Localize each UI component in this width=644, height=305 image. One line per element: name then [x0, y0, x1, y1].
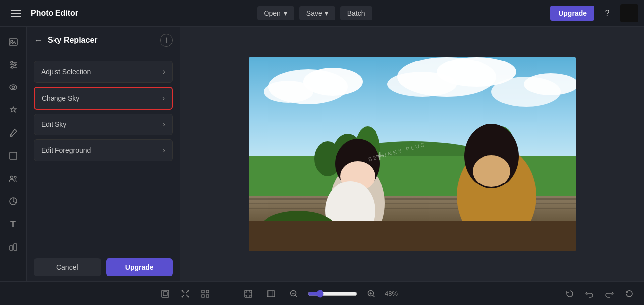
change-sky-label: Change Sky [42, 94, 162, 102]
sidebar-adjustments-btn[interactable] [3, 55, 23, 74]
layers-bottom-btn[interactable] [157, 285, 174, 303]
panel-items: Adjust Selection › Change Sky › Edit Sky… [27, 54, 180, 250]
sidebar-brush-btn[interactable] [3, 123, 23, 143]
edit-foreground-arrow: › [163, 146, 165, 155]
svg-point-57 [182, 296, 183, 297]
edit-foreground-item[interactable]: Edit Foreground › [34, 139, 173, 161]
edit-foreground-label: Edit Foreground [41, 146, 163, 154]
layers-bottom-icon [161, 289, 170, 299]
svg-point-23 [387, 72, 457, 97]
sidebar-text-btn[interactable]: T [3, 214, 23, 234]
change-sky-item[interactable]: Change Sky › [34, 87, 173, 110]
sidebar-eye-btn[interactable] [3, 77, 23, 97]
svg-point-7 [11, 66, 13, 68]
history-icon [565, 289, 575, 299]
svg-rect-60 [206, 290, 209, 293]
svg-point-20 [264, 81, 313, 103]
eye-icon [8, 82, 19, 93]
redo-icon [604, 289, 614, 299]
photos-icon [8, 36, 19, 47]
help-button[interactable]: ? [599, 5, 615, 21]
aspect-ratio-icon [266, 289, 276, 299]
main-area: T ← Sky Replacer i Adjust Selection › Ch… [0, 27, 644, 281]
sidebar-effects-btn[interactable] [3, 100, 23, 120]
topbar-left: Photo Editor [6, 3, 78, 23]
reset-icon [624, 289, 634, 299]
zoom-in-icon [366, 289, 376, 299]
layers-icon [8, 150, 19, 161]
svg-point-12 [10, 176, 13, 179]
zoom-in-btn[interactable] [362, 285, 380, 303]
panel-title: Sky Replacer [48, 36, 155, 45]
svg-rect-53 [162, 290, 169, 297]
hamburger-icon [11, 10, 21, 17]
transform-icon [180, 289, 190, 299]
upgrade-button[interactable]: Upgrade [550, 6, 594, 21]
svg-point-13 [14, 176, 16, 178]
svg-rect-64 [267, 291, 275, 297]
graphics-icon [8, 242, 19, 252]
sky-replacer-panel: ← Sky Replacer i Adjust Selection › Chan… [27, 27, 180, 281]
edit-sky-label: Edit Sky [41, 121, 163, 128]
sidebar-stickers-btn[interactable] [3, 191, 23, 211]
svg-point-58 [188, 296, 189, 297]
redo-btn[interactable] [600, 285, 618, 303]
panel-actions: Cancel Upgrade [27, 250, 180, 276]
fit-screen-btn[interactable] [239, 285, 257, 303]
topbar-center: Open ▾ Save ▾ Batch [78, 6, 550, 20]
svg-rect-63 [245, 290, 252, 297]
people-icon [8, 173, 19, 184]
batch-button[interactable]: Batch [340, 6, 372, 20]
svg-text:+: + [376, 147, 385, 165]
zoom-out-icon [289, 289, 299, 299]
chevron-down-icon: ▾ [325, 9, 328, 17]
sidebar-graphics-btn[interactable] [3, 237, 23, 257]
bottom-left-tools [157, 285, 214, 303]
svg-point-25 [524, 73, 576, 95]
zoom-out-btn[interactable] [285, 285, 303, 303]
panel-upgrade-button[interactable]: Upgrade [106, 258, 173, 276]
left-sidebar: T [0, 27, 27, 281]
bottom-right-tools [561, 285, 638, 303]
info-button[interactable]: i [160, 34, 173, 47]
svg-rect-15 [10, 246, 13, 250]
svg-point-56 [188, 290, 189, 291]
bottom-center-tools: 48% [239, 285, 405, 303]
effects-icon [8, 105, 19, 116]
sidebar-people-btn[interactable] [3, 169, 23, 188]
open-button[interactable]: Open ▾ [257, 6, 294, 20]
edit-sky-arrow: › [163, 120, 165, 129]
cancel-button[interactable]: Cancel [34, 258, 101, 276]
topbar-right: Upgrade ? [550, 4, 638, 22]
adjust-selection-item[interactable]: Adjust Selection › [34, 61, 173, 83]
zoom-value: 48% [385, 290, 405, 297]
grid-btn[interactable] [196, 285, 214, 303]
back-button[interactable]: ← [34, 35, 43, 46]
topbar: Photo Editor Open ▾ Save ▾ Batch Upgrade… [0, 0, 644, 27]
bottom-bar: 48% [0, 281, 644, 305]
adjust-selection-label: Adjust Selection [41, 68, 163, 76]
reset-btn[interactable] [620, 285, 638, 303]
sidebar-layers-btn[interactable] [3, 146, 23, 166]
avatar [620, 4, 638, 22]
transform-btn[interactable] [176, 285, 194, 303]
zoom-slider[interactable] [308, 290, 357, 298]
svg-rect-59 [202, 290, 204, 293]
sidebar-photos-btn[interactable] [3, 32, 23, 52]
hamburger-menu[interactable] [6, 3, 26, 23]
svg-point-6 [14, 64, 16, 66]
history-btn[interactable] [561, 285, 579, 303]
svg-rect-50 [249, 221, 576, 251]
panel-header: ← Sky Replacer i [27, 27, 180, 54]
edit-sky-item[interactable]: Edit Sky › [34, 114, 173, 135]
undo-btn[interactable] [581, 285, 598, 303]
app-title: Photo Editor [31, 9, 78, 18]
canvas-image: BEFUNKY PLUS + [249, 57, 576, 251]
save-button[interactable]: Save ▾ [299, 6, 335, 20]
aspect-ratio-btn[interactable] [262, 285, 280, 303]
fit-screen-icon [243, 289, 253, 299]
svg-rect-11 [10, 152, 17, 159]
stickers-icon [8, 196, 19, 207]
grid-icon [200, 289, 210, 299]
svg-rect-54 [163, 292, 167, 296]
